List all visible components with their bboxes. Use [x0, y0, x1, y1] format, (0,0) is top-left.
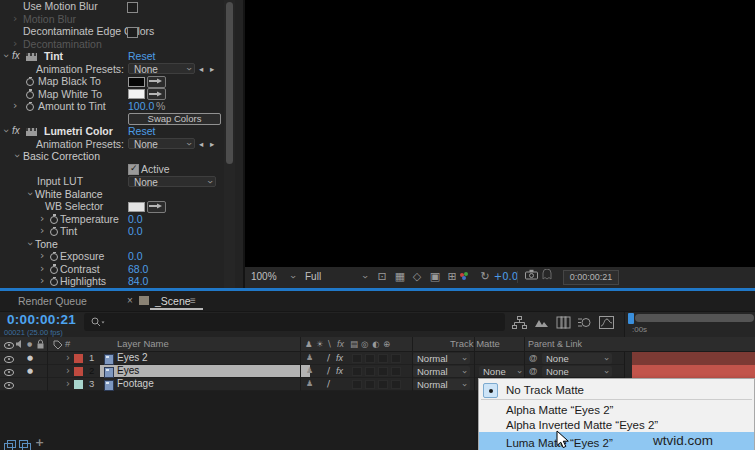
- quality-icon[interactable]: /: [327, 352, 330, 364]
- show-channel-icon[interactable]: [457, 269, 471, 284]
- fx-icon[interactable]: fx: [336, 352, 343, 364]
- property-value[interactable]: 0.0: [128, 225, 143, 238]
- draft-3d-icon[interactable]: [534, 315, 550, 329]
- track-matte-column-header[interactable]: Track Matte: [435, 337, 515, 351]
- layer-row-eyes-2[interactable]: ●›1Eyes 2♟/fxNormal›@None›: [0, 352, 624, 365]
- previous-preset-icon[interactable]: ◂: [199, 138, 203, 151]
- swap-colors-button[interactable]: Swap Colors: [128, 113, 221, 125]
- switch-cell[interactable]: [391, 354, 401, 363]
- next-preset-icon[interactable]: ▸: [210, 63, 214, 76]
- chevron-right-icon[interactable]: ›: [40, 250, 44, 263]
- chevron-right-icon[interactable]: ›: [13, 38, 17, 51]
- resolution-dropdown[interactable]: Full ›: [305, 270, 367, 284]
- exposure-value[interactable]: +0.0: [492, 269, 520, 284]
- tab-close-icon[interactable]: ×: [127, 295, 133, 306]
- chevron-right-icon[interactable]: ›: [13, 13, 17, 26]
- chevron-down-icon[interactable]: ›: [23, 241, 36, 245]
- frame-blending-icon[interactable]: [556, 315, 572, 329]
- eyedropper-button[interactable]: [147, 201, 166, 213]
- chevron-down-icon[interactable]: ›: [23, 191, 36, 195]
- viewer-timecode[interactable]: 0:00:00:21: [563, 270, 619, 285]
- layer-bar-eyes-2[interactable]: [632, 352, 755, 365]
- stopwatch-icon[interactable]: [50, 228, 58, 236]
- composition-canvas[interactable]: [245, 0, 755, 267]
- dropdown[interactable]: None›: [128, 138, 195, 149]
- switch-cell[interactable]: [378, 380, 388, 389]
- expand-layer-icon[interactable]: ›: [66, 365, 70, 377]
- expand-transfer-controls-icon[interactable]: [19, 437, 32, 448]
- switch-cell[interactable]: [378, 367, 388, 376]
- stopwatch-icon[interactable]: [26, 78, 34, 86]
- current-time-display[interactable]: 0:00:00:21: [7, 312, 76, 327]
- search-field[interactable]: [84, 313, 505, 331]
- property-value[interactable]: 0.0: [128, 250, 143, 263]
- layer-name[interactable]: Eyes: [117, 365, 139, 377]
- blend-mode-dropdown[interactable]: Normal›: [413, 379, 470, 390]
- switch-cell[interactable]: [352, 367, 362, 376]
- menu-item-alpha-matte-eyes-2[interactable]: Alpha Matte “Eyes 2”: [479, 402, 754, 417]
- video-visibility-icon[interactable]: [4, 356, 14, 363]
- motion-blur-icon[interactable]: [577, 315, 593, 329]
- shy-icon[interactable]: ♟: [306, 352, 313, 364]
- label-color-swatch[interactable]: [74, 367, 83, 376]
- reset-link[interactable]: Reset: [128, 50, 155, 63]
- expand-layer-icon[interactable]: ›: [66, 378, 70, 390]
- column-divider[interactable]: [300, 337, 301, 391]
- blend-mode-dropdown[interactable]: Normal›: [413, 353, 470, 364]
- switch-cell[interactable]: [365, 367, 375, 376]
- dropdown[interactable]: None›: [128, 176, 216, 187]
- next-preset-icon[interactable]: ▸: [210, 138, 214, 151]
- navigator-start-handle[interactable]: [628, 313, 634, 324]
- effects-scrollbar-thumb[interactable]: [226, 2, 233, 164]
- blend-mode-dropdown[interactable]: Normal›: [413, 366, 470, 377]
- menu-item-alpha-inverted-matte-eyes-2[interactable]: Alpha Inverted Matte “Eyes 2”: [479, 417, 754, 432]
- stopwatch-icon[interactable]: [26, 91, 34, 99]
- chevron-down-icon[interactable]: ›: [0, 54, 12, 58]
- expand-layer-switches-icon[interactable]: [4, 437, 17, 448]
- transparency-grid-icon[interactable]: ▦: [393, 269, 407, 284]
- expand-layer-icon[interactable]: ›: [66, 352, 70, 364]
- mini-flowchart-icon[interactable]: [512, 315, 528, 329]
- track-matte-dropdown[interactable]: None›: [479, 366, 525, 377]
- chevron-right-icon[interactable]: ›: [40, 225, 44, 238]
- graph-editor-icon[interactable]: [599, 315, 615, 329]
- color-swatch[interactable]: [128, 77, 145, 87]
- switch-cell[interactable]: [365, 380, 375, 389]
- switch-cell[interactable]: [352, 380, 362, 389]
- switch-cell[interactable]: [352, 354, 362, 363]
- switch-cell[interactable]: [391, 367, 401, 376]
- dropdown[interactable]: None›: [128, 63, 195, 74]
- solo-icon[interactable]: ●: [27, 352, 33, 364]
- expand-in-out-icon[interactable]: +: [35, 437, 48, 448]
- quality-icon[interactable]: /: [327, 365, 330, 377]
- pickwhip-icon[interactable]: @: [529, 352, 537, 364]
- preview-target-icon[interactable]: ⊡: [375, 269, 389, 284]
- eyedropper-button[interactable]: [147, 76, 166, 88]
- label-color-swatch[interactable]: [74, 380, 83, 389]
- reset-link[interactable]: Reset: [128, 125, 155, 138]
- show-snapshot-icon[interactable]: [540, 269, 554, 284]
- quality-icon[interactable]: /: [327, 378, 330, 390]
- checkbox[interactable]: [127, 27, 138, 38]
- chevron-down-icon[interactable]: ›: [0, 129, 12, 133]
- tab-scene[interactable]: _Scene: [155, 295, 191, 307]
- panel-menu-icon[interactable]: ≡: [190, 295, 196, 306]
- solo-icon[interactable]: ●: [27, 365, 33, 377]
- active-checkbox[interactable]: [128, 164, 139, 175]
- label-color-swatch[interactable]: [74, 354, 83, 363]
- color-swatch[interactable]: [128, 202, 145, 212]
- stopwatch-icon[interactable]: [50, 253, 58, 261]
- color-swatch[interactable]: [128, 89, 145, 99]
- shy-icon[interactable]: ♟: [306, 365, 313, 377]
- layer-name[interactable]: Eyes 2: [117, 352, 148, 364]
- mask-visibility-icon[interactable]: ◇: [410, 269, 424, 284]
- fx-icon[interactable]: fx: [336, 365, 343, 377]
- parent-dropdown[interactable]: None›: [542, 366, 612, 377]
- stopwatch-icon[interactable]: [50, 266, 58, 274]
- switch-cell[interactable]: [365, 354, 375, 363]
- property-value[interactable]: 84.0: [128, 275, 148, 288]
- stopwatch-icon[interactable]: [26, 103, 34, 111]
- previous-preset-icon[interactable]: ◂: [199, 63, 203, 76]
- eyedropper-button[interactable]: [147, 88, 166, 100]
- checkbox[interactable]: [127, 2, 138, 13]
